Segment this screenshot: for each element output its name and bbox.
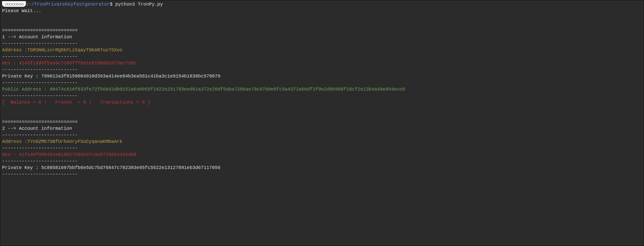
separator-eq: =========================== xyxy=(2,27,642,34)
stats-line: [ Balance = 0 | Frozen = 0 | Transaction… xyxy=(2,99,642,106)
address-line: Address :TGM3NNLinrRQ8kFLzSqayT9KAR7ux7S… xyxy=(2,47,642,54)
privkey-label: Private Key : xyxy=(2,74,41,79)
hex-label: Hex : xyxy=(2,152,19,157)
separator-dash: --------------------------- xyxy=(2,93,642,99)
address-line: Address :TYn6ZMb7SBfUrheUryFSoCyqanaKMDa… xyxy=(2,138,642,145)
prompt-colon: : xyxy=(26,2,29,7)
privkey-label: Private Key : xyxy=(2,165,41,170)
hex-value: 4145f1dd6f5aa9c7280fffb61e6180dd2873ac7d… xyxy=(19,61,136,66)
terminal-window[interactable]: ○○○○○○○○:~/TronPrivatekeyfastgenerator$ … xyxy=(0,0,644,246)
privkey-line: Private Key : 799612a3f8159084910d393a41… xyxy=(2,73,642,80)
privkey-line: Private Key : 5c80581697bbfb6e5dc7bd7684… xyxy=(2,165,642,171)
address-label: Address : xyxy=(2,139,27,144)
prompt-path: ~/TronPrivatekeyfastgenerator xyxy=(29,2,110,7)
prompt-dollar: $ xyxy=(110,2,116,7)
separator-dash: --------------------------- xyxy=(2,145,642,151)
separator-dash: --------------------------- xyxy=(2,67,642,73)
address-value: TGM3NNLinrRQ8kFLzSqayT9KAR7ux7SXvo xyxy=(27,47,122,53)
hex-value: 41fa30f060462e01802769d437c9e0728804433d… xyxy=(19,152,136,157)
hex-line: Hex : 41fa30f060462e01802769d437c9e07288… xyxy=(2,151,642,158)
separator-dash: --------------------------- xyxy=(2,171,642,178)
hex-label: Hex : xyxy=(2,61,19,66)
separator-dash: --------------------------- xyxy=(2,132,642,138)
prompt-command: python3 TronPy.py xyxy=(116,2,163,7)
privkey-value: 5c80581697bbfb6e5dc7bd76847c792393e95fc5… xyxy=(41,165,220,170)
prompt-line: ○○○○○○○○:~/TronPrivatekeyfastgenerator$ … xyxy=(2,1,642,8)
account-header: 2 --> Account information xyxy=(2,125,642,132)
hex-line: Hex : 4145f1dd6f5aa9c7280fffb61e6180dd28… xyxy=(2,60,642,67)
privkey-value: 799612a3f8159084910d393a414ee84b3ea581c4… xyxy=(41,74,220,79)
separator-dash: --------------------------- xyxy=(2,40,642,47)
separator-eq: =========================== xyxy=(2,119,642,125)
separator-dash: --------------------------- xyxy=(2,54,642,60)
address-value: TYn6ZMb7SBfUrheUryFSoCyqanaKMDaArk xyxy=(27,139,122,144)
separator-dash: --------------------------- xyxy=(2,80,642,86)
account-header: 1 --> Account information xyxy=(2,34,642,40)
pubaddr-line: Public Address : 88474c816f833fe72f566d2… xyxy=(2,86,642,93)
redacted-user: ○○○○○○○○ xyxy=(2,1,26,7)
wait-text: Please Wait... xyxy=(2,8,642,14)
pubaddr-label: Public Address : xyxy=(2,87,50,92)
pubaddr-value: 88474c816f833fe72f566d2db0152a640955f192… xyxy=(50,87,405,92)
address-label: Address : xyxy=(2,47,27,53)
separator-dash: --------------------------- xyxy=(2,158,642,165)
